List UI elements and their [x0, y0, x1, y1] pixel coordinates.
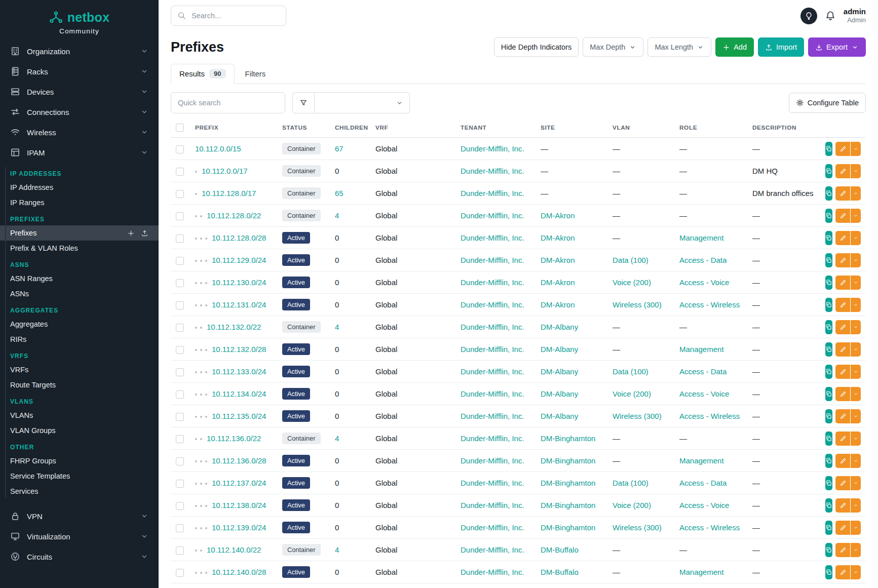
edit-dropdown-button[interactable] — [851, 387, 861, 401]
copy-button[interactable] — [825, 231, 832, 245]
prefix-link[interactable]: 10.112.132.0/28 — [212, 345, 266, 354]
site-link[interactable]: DM-Albany — [541, 323, 578, 331]
row-checkbox[interactable] — [176, 234, 184, 243]
prefix-link[interactable]: 10.112.128.0/17 — [202, 189, 256, 198]
prefix-link[interactable]: 10.112.137.0/24 — [212, 479, 266, 487]
edit-dropdown-button[interactable] — [851, 521, 861, 535]
max-length-dropdown[interactable]: Max Length — [647, 37, 711, 57]
edit-button[interactable] — [835, 521, 850, 535]
sidebar-item-ip-addresses[interactable]: IP Addresses — [0, 180, 159, 195]
sidebar-item-route-targets[interactable]: Route Targets — [0, 377, 159, 393]
copy-button[interactable] — [825, 498, 832, 513]
copy-button[interactable] — [825, 521, 832, 535]
edit-button[interactable] — [835, 365, 850, 379]
edit-dropdown-button[interactable] — [851, 476, 861, 490]
copy-button[interactable] — [825, 342, 832, 357]
global-search-input[interactable] — [171, 6, 286, 26]
row-checkbox[interactable] — [176, 524, 184, 532]
sidebar-item-fhrp-groups[interactable]: FHRP Groups — [0, 453, 159, 468]
vlan-link[interactable]: Data (100) — [613, 256, 648, 264]
edit-button[interactable] — [835, 231, 850, 245]
edit-button[interactable] — [835, 342, 850, 357]
tenant-link[interactable]: Dunder-Mifflin, Inc. — [461, 434, 524, 443]
sidebar-item-virtualization[interactable]: Virtualization — [0, 526, 159, 546]
row-checkbox[interactable] — [176, 502, 184, 510]
netbox-logo[interactable]: netbox Community — [0, 0, 159, 41]
edit-dropdown-button[interactable] — [851, 298, 861, 312]
row-checkbox[interactable] — [176, 435, 184, 443]
site-link[interactable]: DM-Albany — [541, 345, 578, 354]
edit-button[interactable] — [835, 276, 850, 290]
edit-button[interactable] — [835, 432, 850, 446]
role-link[interactable]: Management — [679, 233, 724, 242]
copy-button[interactable] — [825, 432, 832, 446]
site-link[interactable]: DM-Akron — [541, 211, 575, 220]
prefix-link[interactable]: 10.112.139.0/24 — [212, 523, 266, 532]
row-checkbox[interactable] — [176, 413, 184, 421]
export-dropdown-button[interactable]: Export — [808, 37, 866, 57]
role-link[interactable]: Management — [679, 456, 724, 465]
row-checkbox[interactable] — [176, 257, 184, 265]
theme-toggle-button[interactable] — [800, 8, 817, 24]
edit-button[interactable] — [835, 543, 850, 557]
role-link[interactable]: Access - Wireless — [679, 412, 740, 420]
tenant-link[interactable]: Dunder-Mifflin, Inc. — [461, 211, 524, 220]
children-count-link[interactable]: 4 — [335, 434, 339, 443]
row-checkbox[interactable] — [176, 324, 184, 332]
site-link[interactable]: DM-Albany — [541, 367, 578, 376]
edit-dropdown-button[interactable] — [851, 186, 861, 201]
sidebar-item-ipam[interactable]: IPAM — [0, 142, 159, 163]
sidebar-item-aggregates[interactable]: Aggregates — [0, 317, 159, 332]
edit-button[interactable] — [835, 142, 850, 156]
edit-dropdown-button[interactable] — [851, 276, 861, 290]
prefix-link[interactable]: 10.112.140.0/22 — [207, 545, 261, 554]
tenant-link[interactable]: Dunder-Mifflin, Inc. — [461, 167, 524, 175]
children-count-link[interactable]: 4 — [335, 323, 339, 331]
tenant-link[interactable]: Dunder-Mifflin, Inc. — [461, 456, 524, 465]
site-link[interactable]: DM-Binghamton — [541, 523, 595, 532]
tenant-link[interactable]: Dunder-Mifflin, Inc. — [461, 367, 524, 376]
edit-dropdown-button[interactable] — [851, 253, 861, 267]
role-link[interactable]: Access - Voice — [679, 501, 729, 509]
edit-button[interactable] — [835, 454, 850, 468]
import-button[interactable]: Import — [758, 37, 804, 57]
edit-dropdown-button[interactable] — [851, 409, 861, 423]
edit-dropdown-button[interactable] — [851, 320, 861, 334]
hide-depth-indicators-button[interactable]: Hide Depth Indicators — [494, 37, 579, 57]
copy-button[interactable] — [825, 476, 832, 490]
role-link[interactable]: Access - Voice — [679, 389, 729, 398]
role-link[interactable]: Management — [679, 345, 724, 354]
sidebar-item-service-templates[interactable]: Service Templates — [0, 468, 159, 484]
role-link[interactable]: Access - Voice — [679, 278, 729, 287]
tenant-link[interactable]: Dunder-Mifflin, Inc. — [461, 144, 524, 153]
sidebar-item-ip-ranges[interactable]: IP Ranges — [0, 195, 159, 210]
site-link[interactable]: DM-Akron — [541, 233, 575, 242]
edit-dropdown-button[interactable] — [851, 432, 861, 446]
site-link[interactable]: DM-Akron — [541, 300, 575, 309]
sidebar-item-asn-ranges[interactable]: ASN Ranges — [0, 271, 159, 286]
prefix-link[interactable]: 10.112.140.0/28 — [212, 568, 266, 576]
tenant-link[interactable]: Dunder-Mifflin, Inc. — [461, 345, 524, 354]
sidebar-item-asns[interactable]: ASNs — [0, 286, 159, 301]
tenant-link[interactable]: Dunder-Mifflin, Inc. — [461, 501, 524, 509]
copy-button[interactable] — [825, 454, 832, 468]
edit-button[interactable] — [835, 320, 850, 334]
edit-dropdown-button[interactable] — [851, 209, 861, 223]
copy-button[interactable] — [825, 365, 832, 379]
row-checkbox[interactable] — [176, 390, 184, 399]
tenant-link[interactable]: Dunder-Mifflin, Inc. — [461, 479, 524, 487]
tenant-link[interactable]: Dunder-Mifflin, Inc. — [461, 523, 524, 532]
site-link[interactable]: DM-Albany — [541, 389, 578, 398]
sidebar-item-services[interactable]: Services — [0, 484, 159, 499]
sidebar-item-organization[interactable]: Organization — [0, 41, 159, 61]
copy-button[interactable] — [825, 209, 832, 223]
edit-button[interactable] — [835, 253, 850, 267]
tenant-link[interactable]: Dunder-Mifflin, Inc. — [461, 278, 524, 287]
saved-filter-select[interactable] — [315, 92, 410, 113]
quick-search-input[interactable] — [171, 92, 285, 113]
copy-button[interactable] — [825, 186, 832, 201]
role-link[interactable]: Management — [679, 568, 724, 576]
quick-add-button[interactable] — [127, 229, 135, 237]
sidebar-item-prefix-vlan-roles[interactable]: Prefix & VLAN Roles — [0, 241, 159, 256]
tab-results[interactable]: Results90 — [171, 64, 235, 84]
